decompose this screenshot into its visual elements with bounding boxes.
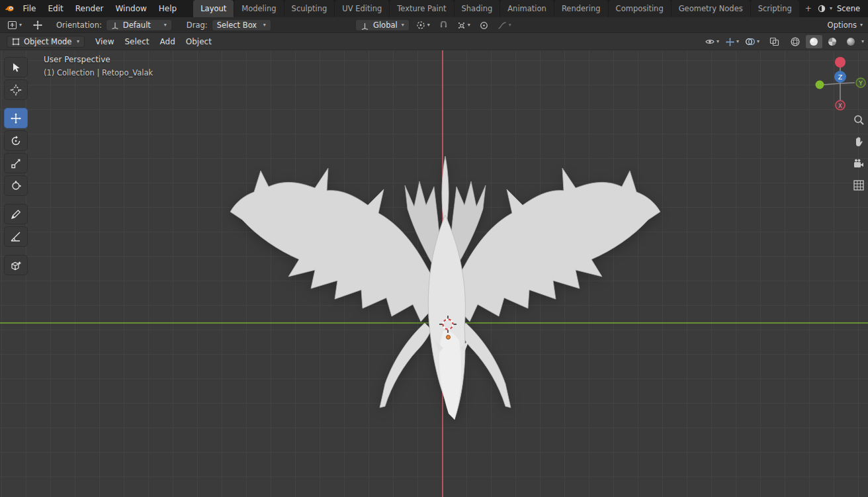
breadcrumb: (1) Collection | Retopo_Valak	[44, 68, 153, 77]
menu-file[interactable]: File	[17, 0, 42, 17]
menu-add[interactable]: Add	[155, 33, 181, 50]
shading-material-button[interactable]	[824, 35, 841, 48]
tab-texture-paint[interactable]: Texture Paint	[390, 0, 453, 17]
tool-rotate[interactable]	[4, 130, 28, 151]
tab-sculpting[interactable]: Sculpting	[284, 0, 335, 17]
viewport-overlay-text: User Perspective (1) Collection | Retopo…	[44, 55, 153, 77]
options-dropdown[interactable]: Options ▾	[828, 17, 863, 33]
chevron-down-icon: ▾	[427, 23, 430, 28]
drag-dropdown[interactable]: Select Box ▾	[212, 19, 271, 31]
tab-layout[interactable]: Layout	[193, 0, 234, 17]
model-left-arm	[380, 323, 431, 408]
chevron-down-icon: ▾	[19, 23, 22, 28]
material-sphere-icon	[827, 36, 838, 47]
navigation-gizmo[interactable]: Z Y X	[812, 52, 868, 120]
chevron-down-icon: ▾	[164, 23, 167, 28]
menu-object[interactable]: Object	[181, 33, 217, 50]
tab-shading[interactable]: Shading	[455, 0, 500, 17]
snap-with-dropdown[interactable]: ▾	[455, 19, 473, 31]
xray-icon	[769, 37, 779, 46]
annotate-pen-icon	[10, 208, 22, 220]
scene-selector[interactable]: ▾ Scene	[817, 4, 868, 13]
overlays-icon	[745, 37, 756, 46]
snap-toggle-button[interactable]	[437, 19, 451, 31]
blender-logo-icon[interactable]	[5, 3, 14, 14]
shading-wireframe-button[interactable]	[787, 35, 804, 48]
gizmos-icon	[725, 37, 735, 47]
view-perspective-label: User Perspective	[44, 55, 153, 64]
3d-viewport[interactable]: Object Mode ▾ View Select Add Object ▾	[0, 33, 868, 497]
rendered-sphere-icon	[846, 36, 856, 47]
tab-uv-editing[interactable]: UV Editing	[335, 0, 389, 17]
tool-transform[interactable]	[4, 175, 28, 196]
workspace-tabs: Layout Modeling Sculpting UV Editing Tex…	[193, 0, 817, 17]
active-tool-move-icon	[32, 20, 43, 30]
pan-button[interactable]	[851, 134, 866, 149]
object-origin-dot	[446, 335, 451, 339]
shading-solid-button[interactable]	[806, 35, 822, 48]
menu-edit[interactable]: Edit	[42, 0, 69, 17]
menu-help[interactable]: Help	[153, 0, 183, 17]
menu-window[interactable]: Window	[110, 0, 153, 17]
gizmo-axis-ball-red[interactable]	[835, 57, 846, 68]
transform-tool-icon	[10, 180, 22, 192]
tab-compositing[interactable]: Compositing	[609, 0, 671, 17]
transform-orientation-dropdown[interactable]: Global ▾	[355, 19, 410, 31]
tool-select-box[interactable]	[4, 57, 28, 77]
orientation-dropdown[interactable]: Default ▾	[106, 19, 172, 31]
tab-rendering[interactable]: Rendering	[554, 0, 608, 17]
scene-name: Scene	[837, 4, 860, 13]
3d-model-retopo-valak[interactable]	[218, 152, 675, 437]
tool-add-cube[interactable]	[4, 255, 28, 275]
viewport-header-right: ▾ ▾ ▾	[703, 33, 864, 50]
orientation-axes-icon	[111, 21, 119, 29]
rotate-tool-icon	[10, 135, 22, 147]
tool-move[interactable]	[4, 108, 28, 128]
move-tool-icon	[10, 113, 22, 124]
editor-type-dropdown[interactable]: ▾	[5, 19, 24, 31]
object-visibility-dropdown[interactable]: ▾	[703, 35, 721, 48]
menu-view[interactable]: View	[90, 33, 119, 50]
toggle-perspective-button[interactable]	[851, 178, 866, 193]
mode-dropdown[interactable]: Object Mode ▾	[7, 36, 85, 48]
toolbar	[4, 57, 30, 275]
add-workspace-button[interactable]: +	[800, 0, 817, 17]
camera-icon	[853, 158, 865, 169]
tab-scripting[interactable]: Scripting	[751, 0, 799, 17]
select-box-icon	[10, 62, 22, 73]
menu-render[interactable]: Render	[69, 0, 110, 17]
tool-settings-bar: ▾ Orientation: Default ▾ Drag: Select Bo…	[0, 17, 868, 33]
orientation-value: Default	[123, 21, 151, 30]
cursor-tool-icon	[10, 84, 22, 96]
3d-cursor	[439, 315, 457, 334]
hand-icon	[853, 136, 865, 148]
solid-sphere-icon	[808, 36, 819, 47]
gizmo-axis-ball-green[interactable]	[816, 81, 824, 89]
tab-modeling[interactable]: Modeling	[234, 0, 283, 17]
pivot-point-dropdown[interactable]: ▾	[413, 19, 433, 31]
tool-measure[interactable]	[4, 226, 28, 247]
camera-view-button[interactable]	[851, 156, 866, 171]
overlays-toggle-dropdown[interactable]: ▾	[743, 35, 761, 48]
topbar: File Edit Render Window Help Layout Mode…	[0, 0, 868, 17]
measure-tool-icon	[10, 231, 22, 243]
tab-geometry-nodes[interactable]: Geometry Nodes	[672, 0, 750, 17]
model-right-arm	[459, 323, 511, 408]
tool-annotate[interactable]	[4, 204, 28, 224]
tab-animation[interactable]: Animation	[500, 0, 554, 17]
proportional-editing-toggle[interactable]	[477, 19, 491, 31]
tool-scale[interactable]	[4, 153, 28, 173]
transform-orientation-value: Global	[373, 21, 398, 30]
xray-toggle-button[interactable]	[767, 35, 781, 48]
chevron-down-icon: ▾	[509, 23, 511, 28]
menu-select[interactable]: Select	[119, 33, 154, 50]
gizmo-y-label: Y	[858, 80, 863, 87]
gizmos-toggle-dropdown[interactable]: ▾	[723, 35, 741, 48]
shading-rendered-button[interactable]	[843, 35, 859, 48]
grid-perspective-icon	[853, 179, 865, 191]
zoom-button[interactable]	[851, 113, 866, 127]
gizmo-x-label: X	[838, 103, 842, 109]
proportional-falloff-dropdown[interactable]: ▾	[495, 19, 514, 31]
options-label: Options	[828, 21, 857, 30]
tool-cursor[interactable]	[4, 79, 28, 100]
